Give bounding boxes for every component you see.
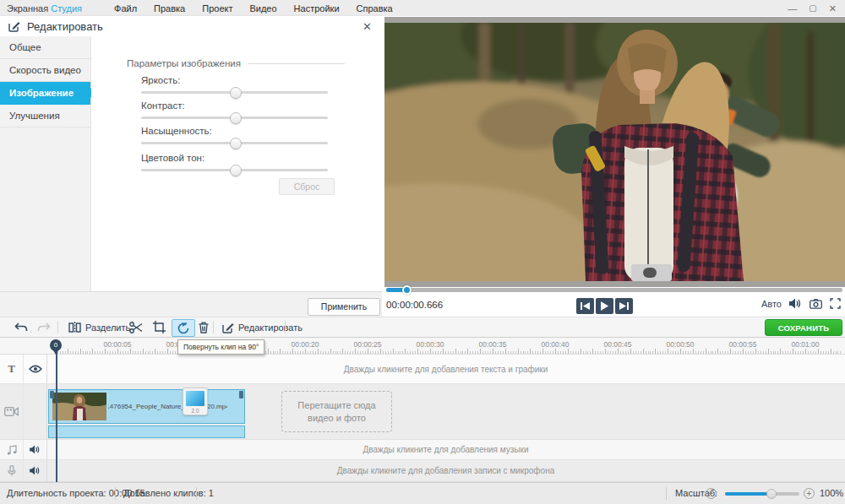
speed-icon (186, 391, 204, 406)
slider-hue-handle[interactable] (230, 165, 242, 176)
seek-handle[interactable] (402, 285, 412, 295)
maximize-icon[interactable]: ▢ (809, 4, 816, 13)
slider-hue-track[interactable] (141, 169, 328, 171)
preview-seekbar[interactable] (386, 288, 842, 292)
ruler-label: 00:00:30 (416, 340, 444, 349)
slider-brightness-track[interactable] (141, 91, 328, 94)
delete-button[interactable] (196, 319, 211, 335)
crop-button[interactable] (150, 319, 168, 335)
rotate-button[interactable] (172, 319, 195, 337)
text-track[interactable]: T Дважды кликните для добавления текста … (0, 355, 845, 384)
menu-item-settings[interactable]: Настройки (286, 3, 348, 14)
menu-items: ФайлПравкаПроектВидеоНастройкиСправка (106, 3, 401, 14)
panel-close-icon[interactable]: ✕ (363, 20, 372, 33)
clip-filename: 1476954_People_Nature_1280x720.mp4 (108, 390, 227, 423)
dropzone-line2: видео и фото (308, 412, 366, 425)
timeline-toolbar: Разделить Редактировать (0, 317, 845, 338)
edit-clip-label: Редактировать (238, 322, 303, 333)
ruler-label: 00:00:40 (541, 340, 569, 349)
clip-trim-handle-right[interactable] (239, 391, 243, 398)
undo-button[interactable] (12, 319, 30, 335)
menu-item-edit[interactable]: Правка (145, 3, 194, 14)
section-title: Параметры изображения (127, 58, 241, 68)
speed-value: 2.0 (183, 408, 207, 414)
music-track-hint: Дважды кликните для добавления музыки (46, 440, 845, 459)
minimize-icon[interactable]: — (788, 4, 797, 13)
volume-icon[interactable] (789, 298, 802, 309)
clip-audio-strip[interactable] (48, 425, 245, 438)
reset-button[interactable]: Сброс (279, 178, 335, 195)
auto-quality-button[interactable]: Авто (761, 299, 782, 309)
split-button[interactable]: Разделить (66, 319, 133, 335)
save-video-button[interactable]: СОХРАНИТЬ ВИДЕО (765, 319, 842, 336)
rotate-tooltip: Повернуть клип на 90° (177, 339, 264, 355)
menu-item-help[interactable]: Справка (348, 3, 401, 14)
menu-item-project[interactable]: Проект (194, 3, 241, 14)
microphone-track-mute-icon[interactable] (24, 460, 46, 481)
dropzone-line1: Перетащите сюда (297, 399, 375, 412)
status-bar: Длительность проекта: 00:00:15 Добавлено… (0, 482, 845, 504)
tab-general[interactable]: Общее (0, 36, 90, 59)
ruler-label: 00:00:55 (728, 340, 756, 349)
video-clip[interactable]: 1476954_People_Nature_1280x720.mp4 (48, 389, 245, 424)
cut-button[interactable] (127, 319, 145, 335)
window-controls: — ▢ ✕ (788, 4, 837, 13)
redo-button[interactable] (35, 319, 53, 335)
preview-video[interactable] (384, 23, 845, 281)
slider-contrast-handle[interactable] (230, 112, 242, 124)
ruler-label: 00:00:45 (603, 340, 631, 349)
prev-frame-button[interactable] (576, 298, 594, 314)
slider-contrast-label: Контраст: (141, 100, 328, 111)
slider-contrast: Контраст: (141, 100, 328, 119)
fullscreen-icon[interactable] (830, 298, 841, 309)
slider-saturation-handle[interactable] (230, 138, 242, 149)
preview-video-scene (384, 23, 845, 281)
edit-panel-content: Параметры изображения Яркость:Контраст:Н… (91, 36, 382, 291)
ruler-label: 00:00:25 (353, 340, 381, 349)
app-window: Экранная Студия ФайлПравкаПроектВидеоНас… (0, 0, 845, 504)
brand-part-1: Экранная (7, 3, 48, 14)
tab-image[interactable]: Изображение (0, 82, 90, 105)
close-window-icon[interactable]: ✕ (829, 4, 837, 13)
microphone-track[interactable]: Дважды кликните для добавления записи с … (0, 460, 845, 482)
next-frame-button[interactable] (615, 298, 633, 314)
slider-hue: Цветовой тон: (141, 153, 328, 171)
zoom-slider-handle[interactable] (766, 489, 777, 499)
menu-item-file[interactable]: Файл (106, 3, 145, 14)
edit-panel-icon (8, 20, 20, 32)
brand-part-2: Студия (51, 3, 82, 14)
slider-brightness-handle[interactable] (230, 87, 242, 99)
play-button[interactable] (596, 298, 613, 314)
music-track[interactable]: Дважды кликните для добавления музыки (0, 440, 845, 460)
split-label: Разделить (85, 322, 130, 333)
ruler-label: 00:01:00 (791, 340, 819, 349)
transport-controls (576, 298, 633, 314)
music-track-mute-icon[interactable] (24, 440, 46, 459)
edit-panel: Редактировать ✕ ОбщееСкорость видеоИзобр… (0, 16, 383, 317)
edit-panel-footer: Применить (0, 291, 382, 317)
tab-video-speed[interactable]: Скорость видео (0, 59, 90, 82)
playhead[interactable]: 0 (50, 339, 62, 351)
tab-enhancements[interactable]: Улучшения (0, 105, 90, 127)
slider-saturation-track[interactable] (141, 142, 328, 144)
slider-contrast-track[interactable] (141, 117, 328, 119)
video-track[interactable]: 1476954_People_Nature_1280x720.mp4 2.0 П… (0, 384, 845, 440)
microphone-track-hint: Дважды кликните для добавления записи с … (46, 460, 845, 481)
zoom-in-button[interactable]: + (804, 488, 815, 499)
edit-panel-header: Редактировать ✕ (0, 16, 382, 37)
zoom-out-button[interactable]: − (706, 488, 717, 499)
edit-clip-button[interactable]: Редактировать (220, 319, 305, 335)
text-track-visibility-icon[interactable] (24, 355, 46, 383)
clips-count: Добавлено клипов: 1 (123, 488, 214, 498)
ruler-label: 00:00:05 (103, 340, 131, 349)
timeline-ruler[interactable]: 00:00:0500:00:1000:00:1500:00:2000:00:25… (0, 338, 845, 355)
clip-trim-handle-left[interactable] (50, 391, 54, 398)
zoom-value: 100% (820, 488, 843, 498)
zoom-slider[interactable] (725, 492, 799, 496)
apply-button[interactable]: Применить (308, 298, 380, 316)
menu-item-video[interactable]: Видео (241, 3, 285, 14)
ruler-label: 00:00:50 (666, 340, 694, 349)
snapshot-camera-icon[interactable] (810, 299, 822, 309)
microphone-track-icon (0, 460, 24, 481)
media-dropzone[interactable]: Перетащите сюда видео и фото (281, 391, 392, 432)
